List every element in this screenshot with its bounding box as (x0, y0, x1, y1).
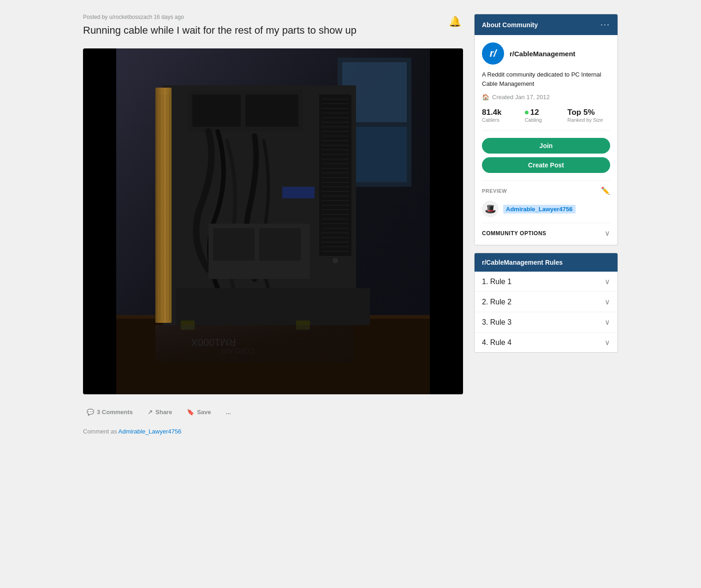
save-icon: 🔖 (187, 409, 194, 416)
about-community-header: About Community ··· (475, 14, 618, 35)
rank-label: Ranked by Size (567, 117, 610, 123)
online-number: 12 (530, 108, 539, 117)
chevron-down-icon: ∨ (605, 229, 610, 238)
online-stat: 12 Cabling (525, 108, 568, 123)
rank-stat: Top 5% Ranked by Size (567, 108, 610, 123)
created-date: 🏠 Created Jan 17, 2012 (482, 94, 610, 101)
preview-user: 🎩 Admirable_Lawyer4756 (482, 201, 610, 217)
online-indicator (525, 111, 529, 114)
chevron-down-icon: ∨ (605, 318, 610, 327)
preview-username[interactable]: Admirable_Lawyer4756 (503, 205, 576, 214)
share-label: Share (155, 409, 172, 416)
rule-label: 2. Rule 2 (482, 298, 511, 306)
chevron-down-icon: ∨ (605, 338, 610, 347)
comment-as-username[interactable]: Admirable_Lawyer4756 (119, 428, 182, 435)
community-options-label: COMMUNITY OPTIONS (482, 230, 547, 237)
save-label: Save (197, 409, 211, 416)
preview-avatar: 🎩 (482, 201, 499, 217)
svg-rect-54 (259, 228, 301, 261)
join-button[interactable]: Join (482, 138, 610, 154)
rule-label: 1. Rule 1 (482, 278, 511, 286)
post-image-wrapper: RM1000X CORSAIR (83, 48, 463, 394)
preview-label: PREVIEW (482, 188, 507, 194)
svg-point-61 (333, 258, 338, 263)
community-avatar: r/ (482, 42, 504, 65)
rule-item[interactable]: 4. Rule 4 ∨ (475, 333, 618, 352)
rules-card: r/CableManagement Rules 1. Rule 1 ∨ 2. R… (474, 253, 618, 353)
svg-rect-51 (245, 95, 298, 127)
rank-value: Top 5% (567, 108, 610, 117)
rule-label: 4. Rule 4 (482, 339, 511, 347)
chevron-down-icon: ∨ (605, 277, 610, 286)
create-post-button[interactable]: Create Post (482, 157, 610, 173)
preview-header: PREVIEW ✏️ (482, 186, 610, 195)
rule-label: 3. Rule 3 (482, 318, 511, 327)
members-value: 81.4k (482, 108, 525, 117)
more-options-button[interactable]: ··· (600, 20, 610, 30)
about-community-card: About Community ··· r/ r/CableManagement… (474, 14, 618, 245)
share-button[interactable]: ↗ Share (144, 406, 176, 418)
online-value: 12 (525, 108, 568, 117)
comment-as-row: Comment as Admirable_Lawyer4756 (83, 428, 463, 435)
rule-item[interactable]: 1. Rule 1 ∨ (475, 272, 618, 292)
share-icon: ↗ (148, 409, 153, 416)
svg-rect-14 (319, 95, 351, 256)
post-title: Running cable while I wait for the rest … (83, 24, 356, 37)
rule-item[interactable]: 2. Rule 2 ∨ (475, 292, 618, 312)
preview-section: PREVIEW ✏️ 🎩 Admirable_Lawyer4756 (482, 180, 610, 217)
more-actions-button[interactable]: ... (222, 406, 235, 418)
community-name: r/CableManagement (510, 50, 576, 58)
comment-as-prefix: Comment as (83, 428, 117, 435)
community-options-row[interactable]: COMMUNITY OPTIONS ∨ (482, 223, 610, 238)
created-date-label: Created Jan 17, 2012 (492, 94, 550, 101)
rule-item[interactable]: 3. Rule 3 ∨ (475, 312, 618, 333)
chevron-down-icon: ∨ (605, 297, 610, 306)
community-info: r/ r/CableManagement (482, 42, 610, 65)
rules-title: r/CableManagement Rules (482, 259, 563, 266)
comments-label: 3 Comments (97, 409, 133, 416)
online-label: Cabling (525, 117, 568, 123)
about-community-title: About Community (482, 21, 538, 29)
members-stat: 81.4k Cablers (482, 108, 525, 123)
rules-header: r/CableManagement Rules (475, 253, 618, 272)
save-button[interactable]: 🔖 Save (183, 406, 214, 418)
svg-rect-53 (213, 228, 255, 261)
stats-row: 81.4k Cablers 12 Cabling Top 5% Ranked b… (482, 108, 610, 131)
notification-bell-button[interactable]: 🔔 (447, 14, 463, 30)
edit-icon[interactable]: ✏️ (601, 186, 610, 195)
comments-button[interactable]: 💬 3 Comments (83, 406, 137, 418)
post-meta: Posted by u/rocketbosszach 16 days ago (83, 14, 356, 20)
members-label: Cablers (482, 117, 525, 123)
more-icon: ... (226, 409, 231, 416)
calendar-icon: 🏠 (482, 94, 489, 101)
community-description: A Reddit community dedicated to PC Inter… (482, 70, 610, 88)
svg-rect-62 (155, 325, 354, 362)
svg-rect-60 (282, 187, 315, 198)
comment-icon: 💬 (87, 409, 94, 416)
main-content: Posted by u/rocketbosszach 16 days ago R… (83, 14, 463, 435)
svg-rect-50 (192, 95, 241, 127)
sidebar: About Community ··· r/ r/CableManagement… (474, 14, 618, 360)
post-image: RM1000X CORSAIR (116, 48, 430, 394)
rules-list: 1. Rule 1 ∨ 2. Rule 2 ∨ 3. Rule 3 ∨ 4. R… (475, 272, 618, 352)
svg-rect-57 (176, 288, 370, 325)
post-actions: 💬 3 Comments ↗ Share 🔖 Save ... (83, 402, 463, 422)
